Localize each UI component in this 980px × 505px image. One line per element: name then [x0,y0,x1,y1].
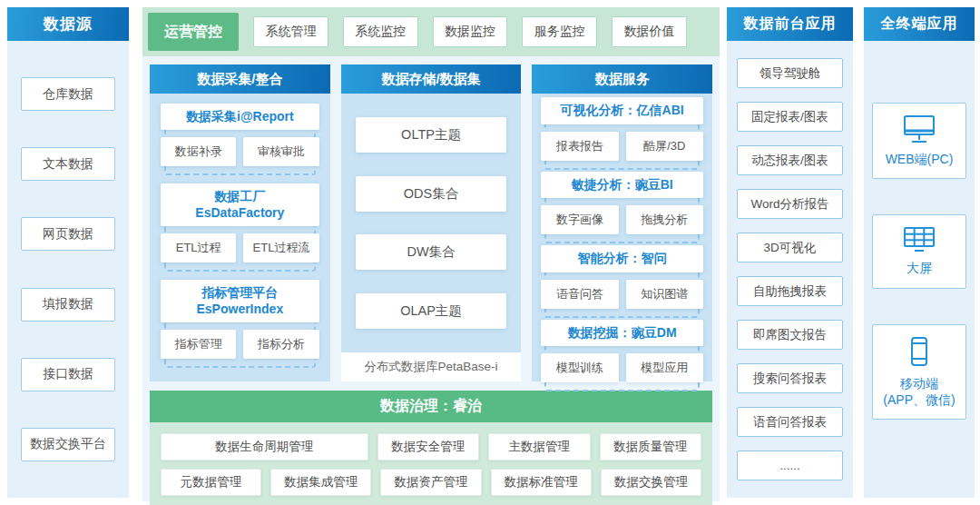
terminal-label-line: (APP、微信) [883,391,955,408]
terminal-label: 移动端 (APP、微信) [883,375,955,408]
collect-group-datafactory-items: ETL过程 ETL过程流 [161,233,319,262]
services-group-abi-title: 可视化分析：亿信ABI [541,97,703,124]
data-sources-header: 数据源 [7,7,129,41]
collect-item-data-supplement: 数据补录 [161,137,236,166]
collect-group-powerindex: 指标管理平台 EsPowerIndex 指标管理 指标分析 [164,292,316,368]
ops-control-title: 运营管控 [148,13,239,51]
front-app-search-qa: 搜索问答报表 [737,363,843,393]
collect-group-ireport-title: 数据采集i@Report [161,104,319,131]
storage-footer-petabase: 分布式数据库PetaBase-i [341,352,522,381]
terminal-label-line: 移动端 [883,375,955,391]
front-apps-panel: 数据前台应用 领导驾驶舱 固定报表/图表 动态报表/图表 Word分析报告 3D… [727,7,853,498]
front-app-3d-visual: 3D可视化 [737,233,843,262]
collect-group-powerindex-items: 指标管理 指标分析 [161,330,319,359]
collect-item-index-mgmt: 指标管理 [161,330,236,359]
services-group-zhiwen-items: 语音问答 知识图谱 [541,280,703,309]
collect-group-ireport: 数据采集i@Report 数据补录 审核审批 [164,115,316,176]
storage-item-ods: ODS集合 [356,176,507,212]
services-body: 可视化分析：亿信ABI 报表报告 酷屏/3D 敏捷分析：豌豆BI 数字画像 拖拽… [532,94,712,397]
services-group-zhiwen-title: 智能分析：智问 [541,245,703,272]
collect-group-powerindex-title: 指标管理平台 EsPowerIndex [161,280,319,322]
services-item-voice-qa: 语音问答 [541,280,618,309]
front-app-selfservice-drag: 自助拖拽报表 [737,276,843,306]
gov-item-security: 数据安全管理 [377,433,480,460]
data-source-item-warehouse: 仓库数据 [21,77,115,111]
collect-column: 数据采集/整合 数据采集i@Report 数据补录 审核审批 数据工厂 [150,64,330,381]
storage-header: 数据存储/数据集 [341,64,522,94]
terminal-label: 大屏 [906,260,932,276]
terminal-web-pc: WEB端(PC) [872,103,966,179]
data-sources-panel: 数据源 仓库数据 文本数据 网页数据 填报数据 接口数据 数据交换平台 [7,7,129,498]
architecture-diagram: 数据源 仓库数据 文本数据 网页数据 填报数据 接口数据 数据交换平台 运营管控… [0,0,980,505]
terminal-bigscreen: 大屏 [872,214,966,288]
ops-item-data-value: 数据价值 [612,16,687,47]
services-group-abi-items: 报表报告 酷屏/3D [541,132,703,161]
collect-header: 数据采集/整合 [150,64,330,94]
storage-item-dw: DW集合 [356,234,507,270]
services-group-dm-title: 数据挖掘：豌豆DM [541,320,703,347]
collect-item-etl-flow: ETL过程流 [243,233,318,262]
collect-group-datafactory-title: 数据工厂 EsDataFactory [161,183,319,226]
storage-body: OLTP主题 ODS集合 DW集合 OLAP主题 [341,94,522,352]
ops-item-service-monitor: 服务监控 [522,16,597,47]
group-title-line: 数据工厂 [162,189,318,205]
phone-icon [906,336,932,369]
services-group-abi: 可视化分析：亿信ABI 报表报告 酷屏/3D [544,109,700,170]
ops-item-system-monitor: 系统监控 [343,16,418,47]
gov-item-asset: 数据资产管理 [380,469,481,496]
services-group-bi-items: 数字画像 拖拽分析 [541,205,703,234]
front-app-more: ...... [737,451,843,480]
services-header: 数据服务 [532,64,712,94]
services-group-dm-items: 模型训练 模型应用 [541,353,703,382]
governance-row-2: 元数据管理 数据集成管理 数据资产管理 数据标准管理 数据交换管理 [161,469,701,496]
terminal-label: WEB端(PC) [886,151,954,167]
group-title-line: EsDataFactory [162,205,318,222]
ops-item-data-monitor: 数据监控 [433,16,508,47]
terminals-panel: 全终端应用 WEB端(PC) [864,7,975,498]
services-item-drag-analysis: 拖拽分析 [626,205,703,234]
storage-item-oltp: OLTP主题 [356,117,507,153]
services-item-report: 报表报告 [541,132,618,161]
data-source-item-web: 网页数据 [21,217,115,251]
group-title-line: 指标管理平台 [162,285,318,302]
front-app-dynamic-report: 动态报表/图表 [737,145,843,175]
collect-group-ireport-items: 数据补录 审核审批 [161,137,319,166]
ops-control-bar: 运营管控 系统管理 系统监控 数据监控 服务监控 数据价值 [142,7,720,56]
terminals-list: WEB端(PC) 大屏 [864,41,975,498]
storage-column: 数据存储/数据集 OLTP主题 ODS集合 DW集合 OLAP主题 分布式数据库… [341,64,522,381]
gov-item-quality: 数据质量管理 [600,433,702,460]
front-apps-header: 数据前台应用 [727,7,853,41]
bigscreen-icon [900,226,938,253]
front-app-voice-qa: 语音问答报表 [737,407,843,437]
platform-panel: 运营管控 系统管理 系统监控 数据监控 服务监控 数据价值 数据采集/整合 数据… [142,7,720,501]
services-item-knowledge-graph: 知识图谱 [626,280,703,309]
gov-item-metadata: 元数据管理 [161,469,261,496]
data-source-item-exchange: 数据交换平台 [21,428,115,461]
front-apps-list: 领导驾驶舱 固定报表/图表 动态报表/图表 Word分析报告 3D可视化 自助拖… [727,41,853,498]
front-app-adhoc-report: 即席图文报告 [737,320,843,350]
services-group-dm: 数据挖掘：豌豆DM 模型训练 模型应用 [544,332,700,392]
governance-section: 数据治理：睿治 数据生命周期管理 数据安全管理 主数据管理 数据质量管理 元数据… [150,391,712,505]
services-group-bi-title: 敏捷分析：豌豆BI [541,172,703,199]
services-item-coolscreen: 酷屏/3D [626,132,703,161]
gov-item-exchange: 数据交换管理 [601,469,701,496]
services-group-zhiwen: 智能分析：智问 语音问答 知识图谱 [544,257,700,318]
services-item-digital-portrait: 数字画像 [541,205,618,234]
group-title-line: EsPowerIndex [162,302,318,318]
collect-body: 数据采集i@Report 数据补录 审核审批 数据工厂 EsDataFactor… [150,94,330,381]
terminal-mobile: 移动端 (APP、微信) [872,324,966,420]
services-item-model-training: 模型训练 [541,353,618,382]
collect-item-index-analysis: 指标分析 [243,330,318,359]
services-group-bi: 敏捷分析：豌豆BI 数字画像 拖拽分析 [544,183,700,244]
data-source-item-text: 文本数据 [21,147,115,181]
data-sources-list: 仓库数据 文本数据 网页数据 填报数据 接口数据 数据交换平台 [7,41,129,498]
group-title-line: 数据采集i@Report [186,109,294,124]
platform-columns: 数据采集/整合 数据采集i@Report 数据补录 审核审批 数据工厂 [150,64,712,381]
governance-row-1: 数据生命周期管理 数据安全管理 主数据管理 数据质量管理 [161,433,701,460]
data-source-item-api: 接口数据 [21,358,115,391]
terminals-header: 全终端应用 [864,7,975,41]
front-app-cockpit: 领导驾驶舱 [737,58,843,88]
collect-item-audit-approve: 审核审批 [243,137,318,166]
front-app-word-report: Word分析报告 [737,189,843,219]
collect-group-datafactory: 数据工厂 EsDataFactory ETL过程 ETL过程流 [164,195,316,272]
